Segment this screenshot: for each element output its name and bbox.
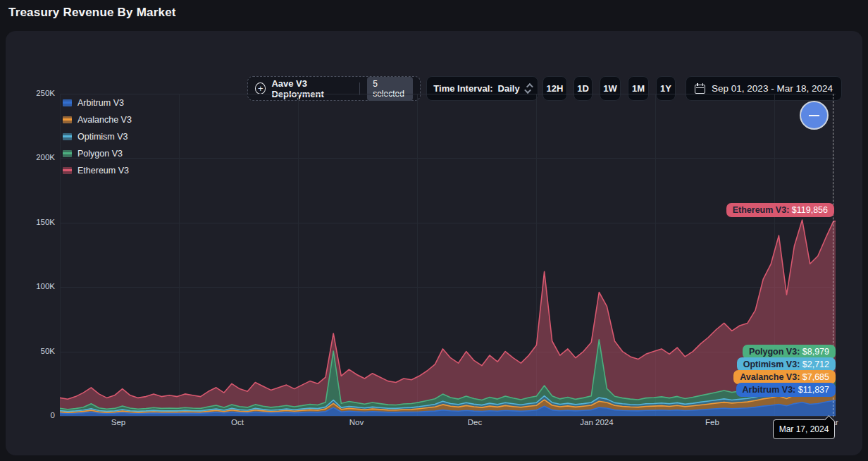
time-interval-label: Time Interval: [433, 83, 492, 94]
y-tick-label: 200K [0, 153, 55, 161]
callout-avalanche: Avalanche V3: $7,685 [733, 370, 836, 384]
callout-value: $119,856 [792, 205, 828, 215]
legend-swatch [63, 99, 72, 106]
callout-separator: : [793, 385, 798, 395]
divider [359, 82, 360, 95]
legend-item-ethereum-v3[interactable]: Ethereum V3 [63, 166, 132, 176]
callout-value: $11,837 [798, 385, 829, 395]
legend-label: Avalanche V3 [78, 115, 132, 125]
callout-separator: : [797, 359, 802, 369]
page-title: Treasury Revenue By Market [8, 6, 176, 20]
legend-item-avalanche-v3[interactable]: Avalanche V3 [63, 115, 132, 125]
y-tick-label: 0 [0, 411, 55, 419]
circle-plus-icon: + [255, 82, 266, 94]
x-tick-label: Sep [111, 418, 125, 426]
legend: Arbitrum V3Avalanche V3Optimism V3Polygo… [63, 98, 132, 176]
callout-ethereum: Ethereum V3: $119,856 [726, 203, 834, 217]
x-tick-label: Dec [468, 418, 482, 426]
y-tick-label: 50K [0, 347, 55, 355]
legend-item-arbitrum-v3[interactable]: Arbitrum V3 [63, 98, 132, 108]
callout-series-name: Ethereum V3 [733, 205, 786, 215]
minus-icon [809, 115, 819, 116]
legend-swatch [63, 133, 72, 140]
x-tick-label: Oct [231, 418, 244, 426]
y-tick-label: 100K [0, 282, 55, 290]
date-range-text: Sep 01, 2023 - Mar 18, 2024 [712, 83, 833, 94]
x-axis-line [60, 416, 836, 417]
callout-arbitrum: Arbitrum V3: $11,837 [736, 383, 836, 397]
callout-value: $2,712 [802, 359, 829, 369]
x-tick-label: Feb [705, 418, 719, 426]
zoom-out-button[interactable] [800, 101, 829, 130]
calendar-icon [695, 83, 705, 94]
x-tick-label: Nov [349, 418, 364, 426]
legend-label: Polygon V3 [78, 149, 123, 159]
callout-value: $8,979 [802, 347, 829, 357]
chart-plot-area[interactable] [60, 94, 836, 416]
hover-date-tooltip: Mar 17, 2024 [773, 419, 835, 439]
callout-separator: : [797, 372, 802, 382]
hover-date-text: Mar 17, 2024 [779, 424, 829, 434]
app-window: Treasury Revenue By Market + Aave V3 Dep… [0, 0, 868, 461]
legend-item-polygon-v3[interactable]: Polygon V3 [63, 149, 132, 159]
chevron-updown-icon [526, 83, 531, 94]
callout-series-name: Polygon V3 [749, 347, 797, 357]
legend-swatch [63, 116, 72, 123]
callout-series-name: Optimism V3 [743, 359, 797, 369]
legend-item-optimism-v3[interactable]: Optimism V3 [63, 132, 132, 142]
callout-optimism: Optimism V3: $2,712 [737, 357, 836, 371]
legend-label: Ethereum V3 [78, 166, 129, 176]
legend-swatch [63, 150, 72, 157]
stacked-area-svg [60, 94, 836, 416]
legend-label: Optimism V3 [78, 132, 128, 142]
callout-separator: : [786, 205, 792, 215]
callout-polygon: Polygon V3: $8,979 [743, 345, 836, 359]
y-tick-label: 250K [0, 89, 55, 97]
legend-label: Arbitrum V3 [78, 98, 124, 108]
callout-series-name: Arbitrum V3 [743, 385, 793, 395]
legend-swatch [63, 167, 72, 174]
x-tick-label: Jan 2024 [580, 418, 613, 426]
y-tick-label: 150K [0, 218, 55, 226]
callout-series-name: Avalanche V3 [740, 372, 797, 382]
callout-value: $7,685 [802, 372, 829, 382]
callout-separator: : [797, 347, 802, 357]
time-interval-value: Daily [498, 83, 520, 94]
